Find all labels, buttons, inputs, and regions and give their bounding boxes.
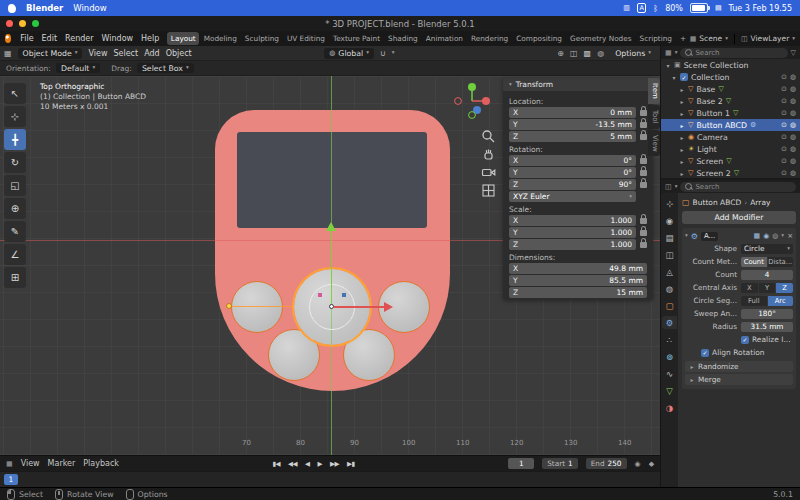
playhead[interactable]: 1: [4, 474, 18, 485]
menu-render[interactable]: Render: [61, 34, 97, 43]
camera-view-icon[interactable]: [481, 165, 496, 180]
properties-search-input[interactable]: Search: [680, 182, 796, 192]
rotation-y-field[interactable]: Y0°: [509, 167, 636, 178]
outliner-row-button-abcd[interactable]: ▸ ▽ Button ABCD ⚙ ⊙ ◍: [661, 119, 800, 131]
jump-to-start-button[interactable]: ▮◀: [273, 460, 281, 468]
lock-icon[interactable]: [640, 230, 647, 236]
device-screen-mesh[interactable]: [237, 132, 427, 228]
hide-eye-icon[interactable]: ⊙: [781, 109, 787, 117]
outliner-row-button-1[interactable]: ▸ ▽ Button 1 ▽ ⊙ ◍: [661, 107, 800, 119]
breadcrumb-object[interactable]: Button ABCD: [693, 198, 742, 207]
realize-instances-checkbox[interactable]: ✓: [741, 336, 749, 344]
gizmo-toggle-icon[interactable]: ⊕: [557, 49, 564, 58]
workspace-tab-shading[interactable]: Shading: [385, 32, 422, 45]
overlays-toggle-icon[interactable]: ◫: [570, 49, 578, 58]
tool-annotate[interactable]: ✎: [4, 221, 26, 242]
chevron-down-icon[interactable]: ▾: [675, 50, 678, 56]
disable-render-icon[interactable]: ◍: [790, 121, 796, 129]
hide-eye-icon[interactable]: ⊙: [781, 145, 787, 153]
apple-menu-icon[interactable]: [8, 4, 16, 13]
frame-end-field[interactable]: End250: [586, 458, 627, 469]
count-field[interactable]: 4: [741, 270, 793, 280]
n-panel-tab-view[interactable]: View: [648, 130, 660, 157]
panel-collapse-icon[interactable]: ▾: [685, 233, 688, 239]
modifier-display-edit-icon[interactable]: ▦: [754, 232, 761, 240]
disable-render-icon[interactable]: ◍: [790, 133, 796, 141]
timeline-menu-marker[interactable]: Marker: [48, 459, 76, 468]
properties-tab-physics[interactable]: ⊚: [662, 350, 677, 363]
hide-eye-icon[interactable]: ⊙: [781, 157, 787, 165]
properties-tab-object[interactable]: ▢: [662, 299, 677, 312]
disable-render-icon[interactable]: ◍: [790, 157, 796, 165]
macos-window-menu[interactable]: Window: [73, 3, 107, 13]
disable-render-icon[interactable]: ◍: [790, 109, 796, 117]
workspace-tab-rendering[interactable]: Rendering: [467, 32, 511, 45]
hide-eye-icon[interactable]: ⊙: [781, 97, 787, 105]
align-rotation-checkbox[interactable]: ✓: [701, 349, 709, 357]
scene-selector[interactable]: Scene: [699, 34, 722, 43]
options-dropdown[interactable]: Options ▾: [610, 48, 656, 59]
central-axis-z[interactable]: Z: [776, 283, 793, 293]
scale-x-field[interactable]: X1.000: [509, 215, 636, 226]
menu-help[interactable]: Help: [137, 34, 163, 43]
outliner-row-collection[interactable]: ▾ ✓ Collection ⊙ ◍: [661, 71, 800, 83]
control-center-icon[interactable]: ▤: [715, 4, 722, 12]
play-reverse-button[interactable]: ◀: [305, 460, 310, 468]
dimensions-z-field[interactable]: Z15 mm: [509, 287, 647, 298]
gizmo-plane-handle-b[interactable]: [342, 293, 346, 297]
button-left-mesh[interactable]: [231, 281, 283, 333]
properties-tab-scene[interactable]: ◬: [662, 265, 677, 278]
menu-select[interactable]: Select: [113, 49, 138, 58]
outliner-item-label[interactable]: Collection: [691, 73, 730, 82]
toggle-grid-icon[interactable]: [481, 183, 496, 198]
n-panel-tab-tool[interactable]: Tool: [648, 105, 660, 129]
workspace-tab-uv-editing[interactable]: UV Editing: [283, 32, 328, 45]
menu-object[interactable]: Object: [166, 49, 192, 58]
gizmo-x-arrowhead[interactable]: [384, 302, 393, 312]
disclosure-icon[interactable]: ▸: [679, 122, 685, 129]
bluetooth-icon[interactable]: ᛒ: [653, 4, 658, 13]
timeline-menu-playback[interactable]: Playback: [83, 459, 119, 468]
outliner-row-screen-2[interactable]: ▸ ▽ Screen 2 ▽ ⊙ ◍: [661, 167, 800, 178]
scale-z-field[interactable]: Z1.000: [509, 239, 636, 250]
collection-checkbox[interactable]: ✓: [680, 73, 688, 81]
location-x-field[interactable]: X0 mm: [509, 107, 636, 118]
disclosure-icon[interactable]: ▸: [679, 134, 685, 141]
chevron-down-icon[interactable]: ▾: [792, 36, 795, 42]
tool-rotate[interactable]: ↻: [4, 152, 26, 173]
disclosure-icon[interactable]: ▸: [679, 146, 685, 153]
properties-tab-render[interactable]: ◉: [662, 214, 677, 227]
tool-transform[interactable]: ⊕: [4, 198, 26, 219]
outliner-item-label[interactable]: Button ABCD: [696, 121, 747, 130]
count-method-count[interactable]: Count: [741, 257, 767, 267]
outliner-row-screen[interactable]: ▸ ▽ Screen ▽ ⊙ ◍: [661, 155, 800, 167]
hide-eye-icon[interactable]: ⊙: [781, 133, 787, 141]
tool-select-box[interactable]: ↖: [4, 83, 26, 104]
workspace-tab-modeling[interactable]: Modeling: [200, 32, 240, 45]
outliner-item-label[interactable]: Base 2: [696, 97, 722, 106]
workspace-tab-scripting[interactable]: Scripting: [636, 32, 675, 45]
mode-selector[interactable]: Object Mode ▾: [18, 48, 83, 59]
current-frame-field[interactable]: 1: [508, 458, 534, 469]
navigation-gizmo[interactable]: [450, 79, 494, 123]
lock-icon[interactable]: [640, 158, 647, 164]
n-panel-tab-item[interactable]: Item: [648, 78, 660, 104]
menu-edit[interactable]: Edit: [38, 34, 62, 43]
hide-eye-icon[interactable]: ⊙: [781, 73, 787, 81]
lock-icon[interactable]: [640, 182, 647, 188]
properties-tab-world[interactable]: ◍: [662, 282, 677, 295]
scale-y-field[interactable]: Y1.000: [509, 227, 636, 238]
add-workspace-button[interactable]: +: [677, 32, 690, 45]
outliner-row-scene-collection[interactable]: ▾ ▣ Scene Collection: [661, 59, 800, 71]
play-button[interactable]: ▶: [318, 460, 323, 468]
shape-dropdown[interactable]: Circle▾: [741, 244, 793, 254]
viewport-3d[interactable]: Orientation: Default ▾ Drag: Select Box …: [0, 61, 660, 455]
location-y-field[interactable]: Y-13.5 mm: [509, 119, 636, 130]
tool-move[interactable]: ╋: [4, 129, 26, 150]
hide-eye-icon[interactable]: ⊙: [781, 85, 787, 93]
gizmo-y-arrowhead[interactable]: [326, 222, 336, 231]
drag-mode-dropdown[interactable]: Select Box ▾: [137, 63, 194, 73]
outliner-item-label[interactable]: Camera: [697, 133, 728, 142]
dimensions-x-field[interactable]: X49.8 mm: [509, 263, 647, 274]
prev-keyframe-button[interactable]: ◀◀: [288, 460, 297, 468]
